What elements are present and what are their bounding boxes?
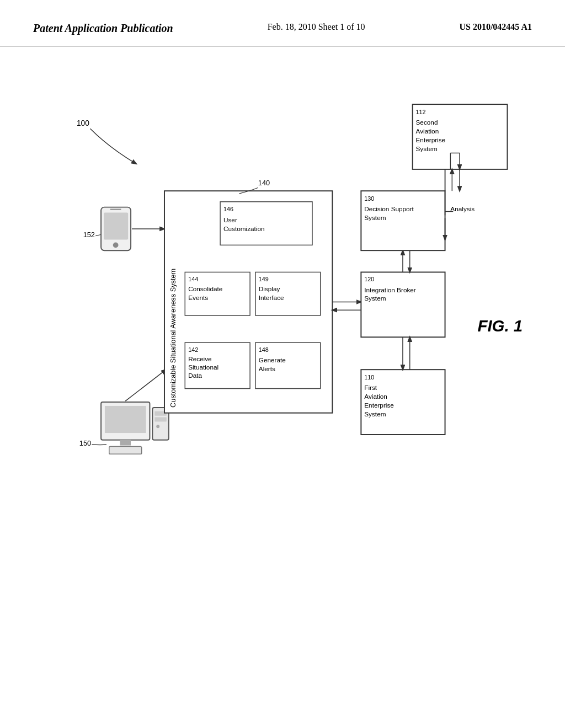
desktop-stand: [120, 440, 131, 446]
ref-149-label: 149: [259, 276, 269, 282]
box-144-text1: Consolidate: [188, 285, 223, 292]
ref-120-label: 120: [364, 276, 374, 282]
arrow-desktop-to-box: [125, 370, 166, 401]
ref-100-arrow: [90, 129, 136, 164]
box-130-text2: System: [364, 214, 386, 221]
box-110-text2: Aviation: [364, 393, 387, 400]
box-149-text2: Interface: [259, 294, 284, 301]
ref-112-label: 112: [416, 109, 426, 115]
box-analysis-label: Analysis: [450, 205, 475, 212]
box-148-text1: Generate: [259, 356, 286, 363]
fig-label: FIG. 1: [477, 317, 523, 335]
tower-drive2: [154, 417, 167, 422]
box-146-text1: User: [223, 216, 237, 223]
box-144-text2: Events: [188, 294, 208, 301]
desktop-keyboard: [109, 447, 142, 454]
box-112-text2: Aviation: [416, 127, 439, 135]
header-right-patent: US 2010/042445 A1: [459, 22, 532, 32]
box-112-text3: Enterprise: [416, 136, 446, 143]
ref-150-line: [92, 445, 106, 445]
ref-142-label: 142: [188, 346, 198, 353]
box-149-text1: Display: [259, 285, 280, 292]
mobile-button: [113, 242, 119, 248]
ref-100-label: 100: [77, 119, 89, 127]
ref-140-label: 140: [258, 179, 270, 187]
ref-144-label: 144: [188, 276, 198, 282]
header: Patent Application Publication Feb. 18, …: [0, 0, 565, 46]
ref-130-label: 130: [364, 195, 374, 202]
mobile-screen: [104, 212, 128, 239]
ref-148-label: 148: [259, 346, 269, 353]
box-130-text1: Decision Support: [364, 205, 414, 212]
box-142-text1: Receive: [188, 355, 212, 362]
header-left-title: Patent Application Publication: [33, 22, 173, 35]
box-120-text2: System: [364, 295, 386, 302]
box-148-text2: Alerts: [259, 365, 275, 372]
diagram-svg: 100 152 150: [33, 77, 532, 673]
box-110-text4: System: [364, 410, 386, 417]
page: Patent Application Publication Feb. 18, …: [0, 0, 565, 728]
ref-150-label: 150: [79, 439, 91, 447]
desktop-screen: [105, 406, 146, 433]
diagram-area: 100 152 150: [33, 77, 532, 673]
box-110-text1: First: [364, 384, 377, 391]
box-146-text2: Customization: [223, 225, 265, 232]
ref-110-label: 110: [364, 374, 374, 381]
tower-button: [156, 425, 159, 428]
ref-152-label: 152: [83, 231, 95, 239]
header-center-info: Feb. 18, 2010 Sheet 1 of 10: [268, 22, 365, 32]
box-140-title: Customizable Situational Awareness Syste…: [169, 269, 177, 408]
box-112-text4: System: [416, 145, 438, 152]
box-142-text3: Data: [188, 372, 202, 379]
box-142-text2: Situational: [188, 363, 218, 371]
ref-146-label: 146: [223, 206, 233, 212]
box-110-text3: Enterprise: [364, 402, 394, 409]
box-120-text1: Integration Broker: [364, 286, 416, 293]
box-112-text1: Second: [416, 119, 438, 126]
